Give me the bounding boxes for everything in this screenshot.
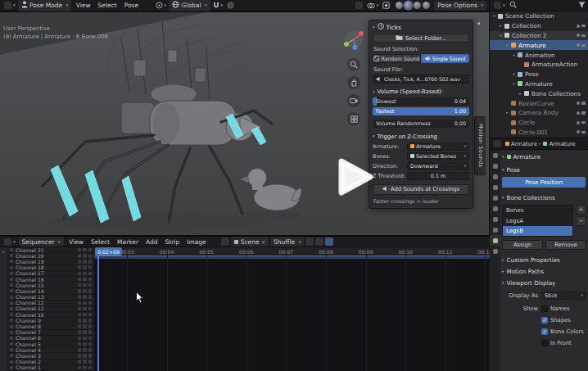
playhead-badge[interactable]: 0:02+09 — [95, 247, 122, 256]
channel-toggle-icon[interactable] — [88, 330, 93, 334]
outliner-row-scene-collection[interactable]: ▾Scene Collection — [490, 11, 588, 21]
channel-toggle-icon[interactable] — [83, 366, 87, 370]
channel-toggle-icon[interactable] — [78, 337, 82, 341]
hide-viewport-icon[interactable] — [577, 25, 580, 28]
channel-toggle-icon[interactable] — [88, 360, 93, 364]
channel-toggle-icon[interactable] — [83, 301, 87, 305]
time-ruler[interactable]: 00:0300:0400:0500:0600:0700:0800:0900:10… — [94, 247, 490, 256]
channel-toggle-icon[interactable] — [78, 283, 82, 287]
toggle-projection-icon[interactable] — [347, 112, 360, 125]
camera-view-icon[interactable] — [347, 94, 360, 107]
menu-select[interactable]: Select — [94, 2, 120, 9]
channel-toggle-icon[interactable] — [83, 254, 87, 258]
move-view-icon[interactable] — [347, 76, 360, 89]
bone-collection-legsb[interactable]: LegsB — [503, 226, 572, 237]
preview-toggle-icon[interactable] — [325, 238, 333, 246]
channel-toggle-icon[interactable] — [88, 265, 93, 269]
random-sound-button[interactable]: Random Sound — [373, 54, 421, 63]
channel-toggle-icon[interactable] — [88, 348, 93, 352]
channel-toggle-icon[interactable] — [88, 248, 93, 252]
channel-toggle-icon[interactable] — [88, 337, 93, 341]
disclosure-icon[interactable]: ▾ — [491, 14, 497, 18]
checkbox-shapes[interactable]: ✓ — [541, 317, 548, 323]
channel-toggle-icon[interactable] — [83, 348, 87, 352]
channel-toggle-icon[interactable] — [88, 260, 93, 264]
properties-tab-modifiers[interactable] — [490, 224, 500, 235]
single-sound-button[interactable]: Single Sound — [421, 54, 469, 63]
properties-tab-world[interactable] — [490, 203, 500, 214]
view-type-dropdown[interactable]: Sequencer▾ — [19, 237, 64, 247]
sidebar-tab-motion-sounds[interactable]: Motion Sounds — [474, 116, 486, 175]
assign-button[interactable]: Assign — [502, 240, 543, 250]
channel-toggle-icon[interactable] — [78, 360, 82, 364]
bone-collection-legsa[interactable]: LegsA — [503, 216, 572, 227]
navigation-gizmo-icon[interactable] — [341, 27, 366, 52]
mode-selector[interactable]: Pose Mode ▾ — [18, 0, 72, 11]
slider-volume-randomness[interactable]: Volume Randomness0.00 — [373, 120, 469, 128]
channel-toggle-icon[interactable] — [78, 342, 82, 346]
channel-toggle-icon[interactable] — [88, 254, 93, 258]
playhead-line[interactable] — [97, 247, 99, 371]
outliner-editor-icon[interactable]: ▾ — [492, 2, 507, 9]
channel-toggle-icon[interactable] — [83, 313, 87, 317]
channel-toggle-icon[interactable] — [78, 254, 82, 258]
hide-viewport-icon[interactable] — [577, 111, 580, 115]
channel-toggle-icon[interactable] — [88, 283, 93, 287]
overlays-dropdown[interactable]: ▾ — [365, 2, 381, 9]
outliner-row-animation[interactable]: ▾Animation — [490, 50, 588, 60]
properties-tab-output[interactable] — [490, 171, 500, 182]
display-as-dropdown[interactable]: Stick▾ — [541, 292, 586, 300]
channel-toggle-icon[interactable] — [83, 289, 87, 293]
disclosure-icon[interactable]: ▾ — [511, 72, 517, 76]
channel-toggle-icon[interactable] — [88, 319, 93, 323]
channel-toggle-icon[interactable] — [78, 248, 82, 252]
bone-collection-bones[interactable]: Bones — [503, 206, 572, 216]
disclosure-icon[interactable]: ▸ — [504, 111, 510, 115]
shading-solid-icon[interactable] — [405, 2, 412, 9]
disable-render-icon[interactable] — [581, 121, 586, 124]
trigger-section-header[interactable]: ▾Trigger on Z-Crossing — [373, 133, 469, 140]
proportional-edit-icon[interactable] — [225, 2, 236, 9]
channel-toggle-icon[interactable] — [78, 366, 82, 370]
field-value-direction[interactable]: Downward▾ — [407, 162, 469, 170]
channel-toggle-icon[interactable] — [83, 360, 87, 364]
disclosure-icon[interactable]: ▸ — [498, 24, 504, 28]
menu-image[interactable]: Image — [183, 238, 210, 246]
snap-icon[interactable] — [305, 238, 314, 246]
channel-toggle-icon[interactable] — [88, 295, 93, 299]
sound-file-select[interactable]: Clocks, Tick, A...0760 S02.wav — [373, 75, 469, 84]
menu-marker[interactable]: Marker — [114, 238, 142, 246]
channel-toggle-icon[interactable] — [78, 295, 82, 299]
outliner-row-camera-body[interactable]: ▸Camera Body — [490, 108, 588, 118]
orientation-selector[interactable]: Global ▾ — [169, 0, 210, 11]
collapse-sidebar-icon[interactable]: ◀ — [477, 20, 480, 25]
outliner-row-collection-2[interactable]: ▾Collection 2 — [490, 31, 588, 41]
channel-toggle-icon[interactable] — [83, 265, 87, 269]
pose-position-button[interactable]: Pose Position — [502, 177, 586, 188]
channel-toggle-icon[interactable] — [83, 354, 87, 358]
channel-toggle-icon[interactable] — [83, 342, 87, 346]
properties-editor-icon[interactable] — [492, 140, 503, 147]
channel-toggle-icon[interactable] — [88, 307, 93, 311]
channel-toggle-icon[interactable] — [78, 354, 82, 358]
outliner-row-circle-001[interactable]: Circle.001 — [490, 128, 588, 138]
hide-viewport-icon[interactable] — [577, 102, 580, 105]
channel-toggle-icon[interactable] — [88, 301, 93, 305]
video-play-overlay[interactable] — [334, 154, 377, 200]
disable-render-icon[interactable] — [581, 34, 586, 38]
checkbox-in-front[interactable] — [541, 340, 548, 346]
channel-toggle-icon[interactable] — [83, 319, 87, 323]
menu-view[interactable]: View — [66, 238, 88, 246]
disclosure-icon[interactable]: ▾ — [511, 53, 517, 57]
channel-toggle-icon[interactable] — [83, 330, 87, 334]
channel-toggle-icon[interactable] — [88, 342, 93, 346]
disclosure-icon[interactable]: ▾ — [511, 82, 517, 86]
slider-slowest[interactable]: Slowest0.04 — [373, 97, 469, 106]
channel-toggle-icon[interactable] — [78, 324, 82, 328]
breadcrumb-data[interactable]: Armature — [550, 141, 576, 147]
snap-magnet-icon[interactable]: ▾ — [211, 2, 225, 9]
pose-options-dropdown[interactable]: Pose Options▾ — [434, 1, 486, 11]
zoom-tool-icon[interactable] — [347, 58, 360, 71]
bone-collections-header[interactable]: ▾Bone Collections — [502, 194, 555, 201]
channel-toggle-icon[interactable] — [83, 324, 87, 328]
